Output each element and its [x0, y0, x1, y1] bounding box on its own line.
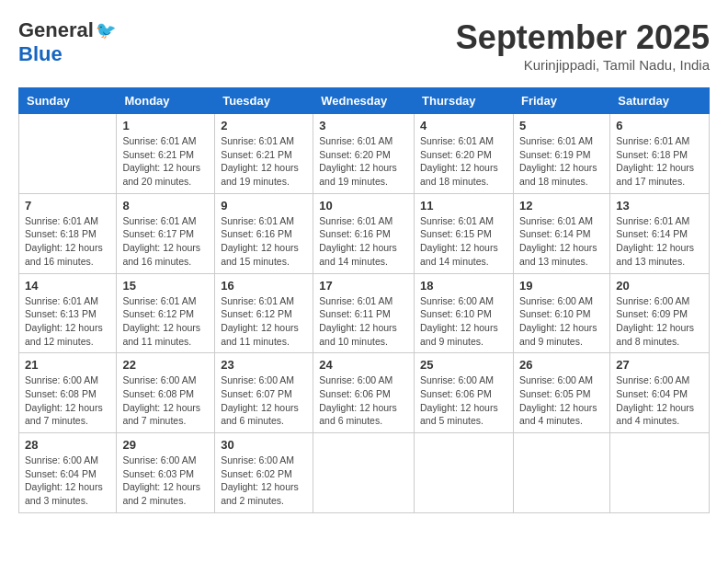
day-info: Sunrise: 6:01 AM Sunset: 6:16 PM Dayligh…: [319, 214, 408, 269]
day-number: 27: [616, 358, 703, 372]
calendar-cell: 3Sunrise: 6:01 AM Sunset: 6:20 PM Daylig…: [313, 114, 415, 194]
day-number: 2: [221, 119, 307, 132]
calendar-cell: 27Sunrise: 6:00 AM Sunset: 6:04 PM Dayli…: [610, 353, 710, 433]
day-info: Sunrise: 6:00 AM Sunset: 6:10 PM Dayligh…: [519, 294, 604, 349]
calendar-cell: [313, 433, 415, 513]
location: Kurinjippadi, Tamil Nadu, India: [456, 57, 710, 73]
day-info: Sunrise: 6:01 AM Sunset: 6:14 PM Dayligh…: [519, 214, 604, 269]
day-number: 24: [319, 358, 408, 372]
calendar-week-2: 7Sunrise: 6:01 AM Sunset: 6:18 PM Daylig…: [19, 193, 710, 273]
calendar-cell: 5Sunrise: 6:01 AM Sunset: 6:19 PM Daylig…: [513, 114, 609, 194]
calendar-header-row: SundayMondayTuesdayWednesdayThursdayFrid…: [19, 88, 710, 114]
calendar-cell: 30Sunrise: 6:00 AM Sunset: 6:02 PM Dayli…: [215, 433, 313, 513]
day-info: Sunrise: 6:01 AM Sunset: 6:17 PM Dayligh…: [122, 214, 209, 269]
day-number: 7: [25, 199, 110, 213]
month-title: September 2025: [456, 18, 710, 57]
day-info: Sunrise: 6:01 AM Sunset: 6:15 PM Dayligh…: [420, 214, 507, 269]
title-block: September 2025 Kurinjippadi, Tamil Nadu,…: [456, 18, 710, 73]
day-info: Sunrise: 6:01 AM Sunset: 6:21 PM Dayligh…: [221, 134, 307, 189]
day-header-sunday: Sunday: [19, 88, 117, 114]
day-number: 6: [616, 119, 703, 132]
day-number: 21: [25, 358, 110, 372]
day-info: Sunrise: 6:01 AM Sunset: 6:20 PM Dayligh…: [420, 134, 507, 189]
logo-blue-text: Blue: [18, 42, 63, 66]
day-number: 17: [319, 279, 408, 293]
day-info: Sunrise: 6:00 AM Sunset: 6:07 PM Dayligh…: [221, 373, 307, 428]
day-info: Sunrise: 6:00 AM Sunset: 6:08 PM Dayligh…: [25, 373, 110, 428]
day-number: 29: [122, 438, 209, 452]
day-number: 12: [519, 199, 604, 213]
day-info: Sunrise: 6:01 AM Sunset: 6:12 PM Dayligh…: [221, 294, 307, 349]
calendar-cell: 4Sunrise: 6:01 AM Sunset: 6:20 PM Daylig…: [415, 114, 514, 194]
day-number: 20: [616, 279, 703, 293]
day-number: 14: [25, 279, 110, 293]
logo: General 🐦 Blue: [18, 18, 116, 66]
day-info: Sunrise: 6:00 AM Sunset: 6:09 PM Dayligh…: [616, 294, 703, 349]
calendar-cell: [19, 114, 117, 194]
day-header-tuesday: Tuesday: [215, 88, 313, 114]
calendar-cell: 14Sunrise: 6:01 AM Sunset: 6:13 PM Dayli…: [19, 273, 117, 353]
calendar-cell: 2Sunrise: 6:01 AM Sunset: 6:21 PM Daylig…: [215, 114, 313, 194]
day-info: Sunrise: 6:00 AM Sunset: 6:05 PM Dayligh…: [519, 373, 604, 428]
calendar-cell: 16Sunrise: 6:01 AM Sunset: 6:12 PM Dayli…: [215, 273, 313, 353]
day-info: Sunrise: 6:01 AM Sunset: 6:12 PM Dayligh…: [122, 294, 209, 349]
calendar-cell: [415, 433, 514, 513]
calendar-week-4: 21Sunrise: 6:00 AM Sunset: 6:08 PM Dayli…: [19, 353, 710, 433]
day-info: Sunrise: 6:00 AM Sunset: 6:03 PM Dayligh…: [122, 454, 209, 508]
calendar-cell: 17Sunrise: 6:01 AM Sunset: 6:11 PM Dayli…: [313, 273, 415, 353]
logo-general-text: General: [18, 18, 94, 42]
calendar-week-1: 1Sunrise: 6:01 AM Sunset: 6:21 PM Daylig…: [19, 114, 710, 194]
calendar-cell: 15Sunrise: 6:01 AM Sunset: 6:12 PM Dayli…: [117, 273, 215, 353]
calendar-cell: 8Sunrise: 6:01 AM Sunset: 6:17 PM Daylig…: [117, 193, 215, 273]
day-number: 5: [519, 119, 604, 132]
calendar-cell: 1Sunrise: 6:01 AM Sunset: 6:21 PM Daylig…: [117, 114, 215, 194]
calendar-cell: [513, 433, 609, 513]
day-info: Sunrise: 6:01 AM Sunset: 6:13 PM Dayligh…: [25, 294, 110, 349]
day-info: Sunrise: 6:00 AM Sunset: 6:08 PM Dayligh…: [122, 373, 209, 428]
day-header-friday: Friday: [513, 88, 609, 114]
day-info: Sunrise: 6:01 AM Sunset: 6:18 PM Dayligh…: [616, 134, 703, 189]
day-info: Sunrise: 6:00 AM Sunset: 6:04 PM Dayligh…: [616, 373, 703, 428]
calendar-cell: 13Sunrise: 6:01 AM Sunset: 6:14 PM Dayli…: [610, 193, 710, 273]
calendar-cell: 11Sunrise: 6:01 AM Sunset: 6:15 PM Dayli…: [415, 193, 514, 273]
calendar-cell: [610, 433, 710, 513]
bird-icon: 🐦: [96, 20, 116, 40]
day-header-saturday: Saturday: [610, 88, 710, 114]
calendar-cell: 25Sunrise: 6:00 AM Sunset: 6:06 PM Dayli…: [415, 353, 514, 433]
calendar-cell: 21Sunrise: 6:00 AM Sunset: 6:08 PM Dayli…: [19, 353, 117, 433]
day-number: 4: [420, 119, 507, 132]
calendar-cell: 29Sunrise: 6:00 AM Sunset: 6:03 PM Dayli…: [117, 433, 215, 513]
day-header-thursday: Thursday: [415, 88, 514, 114]
day-number: 16: [221, 279, 307, 293]
calendar-cell: 28Sunrise: 6:00 AM Sunset: 6:04 PM Dayli…: [19, 433, 117, 513]
calendar-cell: 18Sunrise: 6:00 AM Sunset: 6:10 PM Dayli…: [415, 273, 514, 353]
day-number: 28: [25, 438, 110, 452]
calendar-cell: 12Sunrise: 6:01 AM Sunset: 6:14 PM Dayli…: [513, 193, 609, 273]
page-header: General 🐦 Blue September 2025 Kurinjippa…: [18, 18, 710, 73]
day-number: 1: [122, 119, 209, 132]
day-number: 26: [519, 358, 604, 372]
day-info: Sunrise: 6:00 AM Sunset: 6:10 PM Dayligh…: [420, 294, 507, 349]
calendar-week-3: 14Sunrise: 6:01 AM Sunset: 6:13 PM Dayli…: [19, 273, 710, 353]
day-number: 19: [519, 279, 604, 293]
calendar-cell: 23Sunrise: 6:00 AM Sunset: 6:07 PM Dayli…: [215, 353, 313, 433]
calendar-table: SundayMondayTuesdayWednesdayThursdayFrid…: [18, 87, 710, 513]
calendar-cell: 24Sunrise: 6:00 AM Sunset: 6:06 PM Dayli…: [313, 353, 415, 433]
day-info: Sunrise: 6:01 AM Sunset: 6:11 PM Dayligh…: [319, 294, 408, 349]
day-info: Sunrise: 6:00 AM Sunset: 6:04 PM Dayligh…: [25, 454, 110, 508]
calendar-cell: 22Sunrise: 6:00 AM Sunset: 6:08 PM Dayli…: [117, 353, 215, 433]
day-info: Sunrise: 6:01 AM Sunset: 6:14 PM Dayligh…: [616, 214, 703, 269]
day-info: Sunrise: 6:01 AM Sunset: 6:20 PM Dayligh…: [319, 134, 408, 189]
day-number: 10: [319, 199, 408, 213]
day-info: Sunrise: 6:00 AM Sunset: 6:06 PM Dayligh…: [319, 373, 408, 428]
day-info: Sunrise: 6:01 AM Sunset: 6:21 PM Dayligh…: [122, 134, 209, 189]
day-number: 15: [122, 279, 209, 293]
day-info: Sunrise: 6:00 AM Sunset: 6:06 PM Dayligh…: [420, 373, 507, 428]
day-number: 22: [122, 358, 209, 372]
calendar-cell: 26Sunrise: 6:00 AM Sunset: 6:05 PM Dayli…: [513, 353, 609, 433]
day-info: Sunrise: 6:01 AM Sunset: 6:18 PM Dayligh…: [25, 214, 110, 269]
calendar-cell: 19Sunrise: 6:00 AM Sunset: 6:10 PM Dayli…: [513, 273, 609, 353]
day-number: 18: [420, 279, 507, 293]
day-header-monday: Monday: [117, 88, 215, 114]
day-info: Sunrise: 6:01 AM Sunset: 6:16 PM Dayligh…: [221, 214, 307, 269]
